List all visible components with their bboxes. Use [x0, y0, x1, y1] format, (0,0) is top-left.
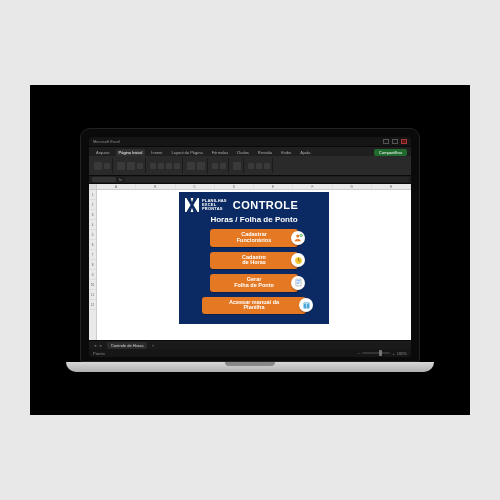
row-header[interactable]: 11: [89, 290, 96, 300]
ribbon-button[interactable]: [264, 163, 270, 169]
document-icon: [291, 276, 305, 290]
column-header[interactable]: F: [293, 184, 332, 189]
close-button[interactable]: [401, 139, 407, 144]
spreadsheet-grid[interactable]: A B C D E F G H 1 2 3 4: [89, 184, 411, 340]
app-title: Microsoft Excel: [93, 139, 120, 144]
column-header[interactable]: A: [97, 184, 136, 189]
ribbon-tab[interactable]: Página Inicial: [116, 149, 146, 156]
user-plus-icon: [291, 231, 305, 245]
panel-title: CONTROLE: [233, 199, 299, 211]
ribbon-button[interactable]: [187, 162, 195, 170]
laptop-mockup: Microsoft Excel Arquivo Página Inicial I…: [80, 128, 420, 372]
ribbon-button[interactable]: [256, 163, 262, 169]
ribbon-button[interactable]: [127, 162, 135, 170]
row-header[interactable]: 12: [89, 300, 96, 310]
name-box[interactable]: [92, 177, 116, 182]
row-header[interactable]: 3: [89, 210, 96, 220]
column-header[interactable]: B: [136, 184, 175, 189]
brand-logo: PLANILHAS EXCEL PRONTAS: [185, 198, 227, 212]
select-all-corner[interactable]: [89, 184, 97, 189]
menu-panel: PLANILHAS EXCEL PRONTAS CONTROLE Horas /…: [179, 192, 329, 324]
ribbon-button[interactable]: [233, 162, 241, 170]
ribbon-tab[interactable]: Ajuda: [297, 149, 313, 156]
sheet-nav-next-icon[interactable]: ►: [99, 343, 103, 348]
menu-button-manual[interactable]: Acessar manual da Planilha: [202, 297, 306, 315]
svg-rect-6: [296, 284, 299, 285]
laptop-notch: [225, 362, 275, 366]
button-label: Planilha: [206, 305, 302, 311]
row-header[interactable]: 7: [89, 250, 96, 260]
row-header[interactable]: 6: [89, 240, 96, 250]
ribbon-button[interactable]: [104, 163, 110, 169]
row-header[interactable]: 2: [89, 200, 96, 210]
ribbon-tab-strip: Arquivo Página Inicial Inserir Layout da…: [89, 147, 411, 156]
button-label: Funcionários: [214, 238, 294, 244]
ribbon-tab[interactable]: Exibir: [278, 149, 294, 156]
book-icon: [299, 298, 313, 312]
maximize-button[interactable]: [392, 139, 398, 144]
column-header[interactable]: D: [215, 184, 254, 189]
menu-button-gerar-folha[interactable]: Gerar Folha de Ponto: [210, 274, 298, 292]
button-label: Folha de Ponto: [214, 283, 294, 289]
button-label: de Horas: [214, 260, 294, 266]
svg-point-0: [296, 235, 299, 238]
sheet-tab-strip: ◄ ► Controle de Horas ＋: [89, 340, 411, 349]
add-sheet-button[interactable]: ＋: [151, 343, 155, 348]
ribbon-button[interactable]: [248, 163, 254, 169]
laptop-base: [66, 362, 434, 372]
ribbon-button[interactable]: [158, 163, 164, 169]
zoom-in-button[interactable]: +: [392, 351, 394, 356]
ribbon-button[interactable]: [137, 163, 143, 169]
ribbon-tab[interactable]: Revisão: [255, 149, 275, 156]
window-titlebar: Microsoft Excel: [89, 137, 411, 147]
row-header[interactable]: 1: [89, 190, 96, 200]
fx-icon: fx: [119, 177, 122, 182]
ribbon: [89, 156, 411, 176]
sheet-nav-prev-icon[interactable]: ◄: [93, 343, 97, 348]
zoom-slider[interactable]: [362, 352, 390, 354]
zoom-out-button[interactable]: −: [358, 351, 360, 356]
ribbon-tab[interactable]: Layout da Página: [168, 149, 205, 156]
formula-input[interactable]: [125, 177, 408, 182]
ribbon-button[interactable]: [94, 162, 102, 170]
share-button[interactable]: Compartilhar: [374, 149, 407, 156]
ribbon-button[interactable]: [117, 162, 125, 170]
column-header[interactable]: H: [372, 184, 411, 189]
ribbon-tab[interactable]: Inserir: [148, 149, 165, 156]
column-header[interactable]: E: [254, 184, 293, 189]
ribbon-button[interactable]: [220, 163, 226, 169]
ribbon-tab[interactable]: Dados: [234, 149, 252, 156]
svg-rect-4: [296, 281, 300, 282]
minimize-button[interactable]: [383, 139, 389, 144]
status-text: Pronto: [93, 351, 105, 356]
laptop-frame: Microsoft Excel Arquivo Página Inicial I…: [80, 128, 420, 362]
menu-button-cadastro-horas[interactable]: Cadastro de Horas: [210, 252, 298, 270]
ribbon-button[interactable]: [174, 163, 180, 169]
formula-bar: fx: [89, 176, 411, 184]
status-bar: Pronto − + 100%: [89, 349, 411, 357]
zoom-level: 100%: [397, 351, 407, 356]
row-header[interactable]: 5: [89, 230, 96, 240]
column-header[interactable]: C: [176, 184, 215, 189]
excel-window: Microsoft Excel Arquivo Página Inicial I…: [89, 137, 411, 357]
clock-icon: [291, 253, 305, 267]
sheet-tab[interactable]: Controle de Horas: [107, 342, 147, 349]
row-header[interactable]: 8: [89, 260, 96, 270]
ribbon-button[interactable]: [150, 163, 156, 169]
row-header[interactable]: 10: [89, 280, 96, 290]
excel-x-icon: [185, 198, 199, 212]
ribbon-button[interactable]: [197, 162, 205, 170]
brand-line: PRONTAS: [202, 207, 227, 211]
row-header[interactable]: 9: [89, 270, 96, 280]
menu-button-cadastrar-funcionarios[interactable]: Cadastrar Funcionários: [210, 229, 298, 247]
column-header[interactable]: G: [333, 184, 372, 189]
stage: Microsoft Excel Arquivo Página Inicial I…: [30, 85, 470, 415]
ribbon-button[interactable]: [166, 163, 172, 169]
svg-rect-5: [296, 282, 300, 283]
ribbon-tab[interactable]: Fórmulas: [209, 149, 232, 156]
panel-subtitle: Horas / Folha de Ponto: [185, 215, 323, 224]
cells-area[interactable]: PLANILHAS EXCEL PRONTAS CONTROLE Horas /…: [97, 190, 411, 340]
row-header[interactable]: 4: [89, 220, 96, 230]
ribbon-button[interactable]: [212, 163, 218, 169]
ribbon-tab[interactable]: Arquivo: [93, 149, 113, 156]
